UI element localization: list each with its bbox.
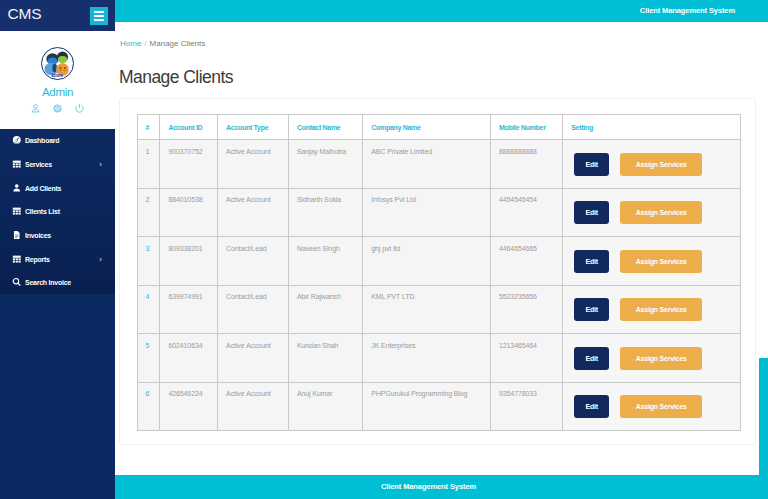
svg-text:ADMIN: ADMIN: [51, 74, 63, 78]
